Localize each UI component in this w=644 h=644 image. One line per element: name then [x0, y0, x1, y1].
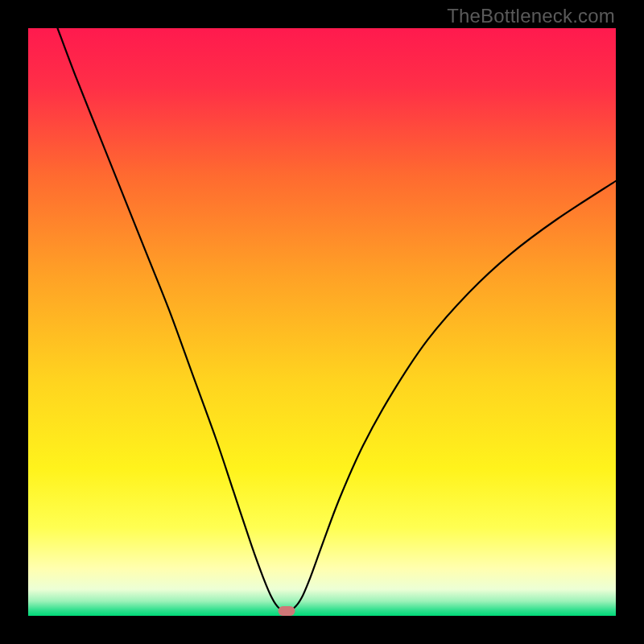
watermark-text: TheBottleneck.com — [447, 5, 615, 27]
chart-frame — [28, 28, 616, 616]
chart-background — [28, 28, 616, 616]
optimal-marker — [279, 606, 295, 616]
chart-svg — [28, 28, 616, 616]
